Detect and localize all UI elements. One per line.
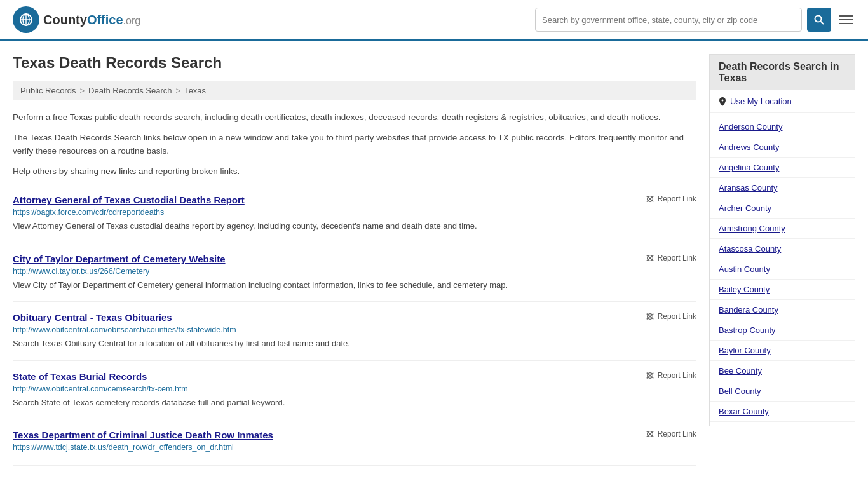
search-area — [535, 8, 855, 32]
breadcrumb-public-records[interactable]: Public Records — [20, 86, 76, 95]
report-icon — [646, 194, 654, 203]
report-link-4[interactable]: Report Link — [646, 430, 696, 438]
county-list-item: Anderson County — [710, 117, 855, 137]
result-title-4[interactable]: Texas Department of Criminal Justice Dea… — [13, 430, 273, 440]
results-list: Attorney General of Texas Custodial Deat… — [13, 184, 696, 466]
county-list-item: Aransas County — [710, 178, 855, 198]
county-list: Anderson CountyAndrews CountyAngelina Co… — [710, 113, 855, 426]
use-my-location-label: Use My Location — [730, 97, 792, 106]
county-link-4[interactable]: Archer County — [710, 198, 855, 218]
county-link-10[interactable]: Bastrop County — [710, 320, 855, 340]
breadcrumb-texas: Texas — [184, 86, 206, 95]
menu-line — [839, 19, 853, 20]
county-link-8[interactable]: Bailey County — [710, 280, 855, 299]
search-input[interactable] — [535, 8, 802, 32]
page-title: Texas Death Records Search — [13, 54, 696, 72]
result-desc: View City of Taylor Department of Cemete… — [13, 279, 696, 292]
report-label: Report Link — [658, 194, 696, 203]
location-icon — [719, 97, 726, 106]
county-link-1[interactable]: Andrews County — [710, 137, 855, 157]
description-2: The Texas Death Records Search links bel… — [13, 131, 696, 158]
result-title-1[interactable]: City of Taylor Department of Cemetery We… — [13, 254, 226, 264]
description-1: Perform a free Texas public death record… — [13, 111, 696, 125]
menu-line — [839, 15, 853, 17]
report-link-1[interactable]: Report Link — [646, 254, 696, 262]
result-url: http://www.obitcentral.com/cemsearch/tx-… — [13, 384, 696, 393]
main-content: Texas Death Records Search Public Record… — [13, 54, 696, 466]
county-link-3[interactable]: Aransas County — [710, 178, 855, 198]
report-label: Report Link — [658, 430, 696, 438]
result-url: http://www.obitcentral.com/obitsearch/co… — [13, 325, 696, 334]
county-link-9[interactable]: Bandera County — [710, 300, 855, 320]
menu-button[interactable] — [836, 13, 855, 27]
county-list-item: Bailey County — [710, 280, 855, 300]
county-link-7[interactable]: Austin County — [710, 259, 855, 279]
sidebar-box: Death Records Search in Texas Use My Loc… — [709, 54, 855, 426]
county-list-item: Angelina County — [710, 158, 855, 178]
county-link-6[interactable]: Atascosa County — [710, 239, 855, 259]
report-icon — [646, 371, 654, 380]
county-link-11[interactable]: Baylor County — [710, 341, 855, 360]
result-desc: View Attorney General of Texas custodial… — [13, 220, 696, 233]
county-link-2[interactable]: Angelina County — [710, 158, 855, 177]
county-list-item: Armstrong County — [710, 219, 855, 239]
result-url: https://oagtx.force.com/cdr/cdrreportdea… — [13, 208, 696, 217]
use-my-location[interactable]: Use My Location — [710, 90, 855, 113]
report-icon — [646, 312, 654, 321]
report-label: Report Link — [658, 371, 696, 380]
page-container: Texas Death Records Search Public Record… — [0, 41, 868, 478]
svg-point-5 — [815, 16, 822, 22]
county-link-13[interactable]: Bell County — [710, 381, 855, 401]
county-list-item: Bandera County — [710, 300, 855, 320]
sidebar: Death Records Search in Texas Use My Loc… — [709, 54, 855, 466]
county-list-item: Bexar County — [710, 402, 855, 422]
county-list-item: Bell County — [710, 381, 855, 402]
report-label: Report Link — [658, 312, 696, 321]
county-list-item: Baylor County — [710, 341, 855, 361]
logo-text: CountyOffice.org — [43, 13, 140, 27]
county-link-14[interactable]: Bexar County — [710, 402, 855, 421]
county-list-item: Andrews County — [710, 137, 855, 158]
result-title-0[interactable]: Attorney General of Texas Custodial Deat… — [13, 194, 245, 205]
report-label: Report Link — [658, 254, 696, 262]
description-3: Help others by sharing new links and rep… — [13, 165, 696, 179]
svg-line-6 — [821, 22, 824, 25]
result-desc: Search State of Texas cemetery records d… — [13, 396, 696, 409]
county-link-0[interactable]: Anderson County — [710, 117, 855, 137]
result-title-3[interactable]: State of Texas Burial Records — [13, 371, 147, 382]
breadcrumb-death-records-search[interactable]: Death Records Search — [88, 86, 172, 95]
report-link-3[interactable]: Report Link — [646, 371, 696, 380]
county-list-item: Austin County — [710, 259, 855, 280]
county-list-item: Bee County — [710, 361, 855, 381]
site-header: CountyOffice.org — [0, 0, 868, 41]
county-list-item: Archer County — [710, 198, 855, 219]
logo-icon — [13, 6, 39, 33]
sidebar-title: Death Records Search in Texas — [710, 55, 855, 90]
search-button[interactable] — [807, 8, 831, 32]
result-url: https://www.tdcj.state.tx.us/death_row/d… — [13, 443, 696, 452]
logo-area: CountyOffice.org — [13, 6, 140, 33]
report-link-2[interactable]: Report Link — [646, 312, 696, 321]
county-link-5[interactable]: Armstrong County — [710, 219, 855, 238]
county-list-item: Atascosa County — [710, 239, 855, 259]
report-icon — [646, 430, 654, 438]
result-url: http://www.ci.taylor.tx.us/266/Cemetery — [13, 267, 696, 276]
result-item: State of Texas Burial Records Report Lin… — [13, 361, 696, 420]
county-list-item: Bastrop County — [710, 320, 855, 341]
breadcrumb: Public Records > Death Records Search > … — [13, 81, 696, 100]
new-links-link[interactable]: new links — [101, 166, 137, 176]
report-icon — [646, 254, 654, 262]
result-desc: Search Texas Obituary Central for a loca… — [13, 337, 696, 350]
result-item: City of Taylor Department of Cemetery We… — [13, 243, 696, 302]
menu-line — [839, 23, 853, 24]
result-title-2[interactable]: Obituary Central - Texas Obituaries — [13, 312, 172, 323]
county-link-12[interactable]: Bee County — [710, 361, 855, 381]
result-item: Texas Department of Criminal Justice Dea… — [13, 419, 696, 466]
search-icon — [814, 15, 824, 25]
result-item: Attorney General of Texas Custodial Deat… — [13, 184, 696, 243]
report-link-0[interactable]: Report Link — [646, 194, 696, 203]
result-item: Obituary Central - Texas Obituaries Repo… — [13, 302, 696, 361]
